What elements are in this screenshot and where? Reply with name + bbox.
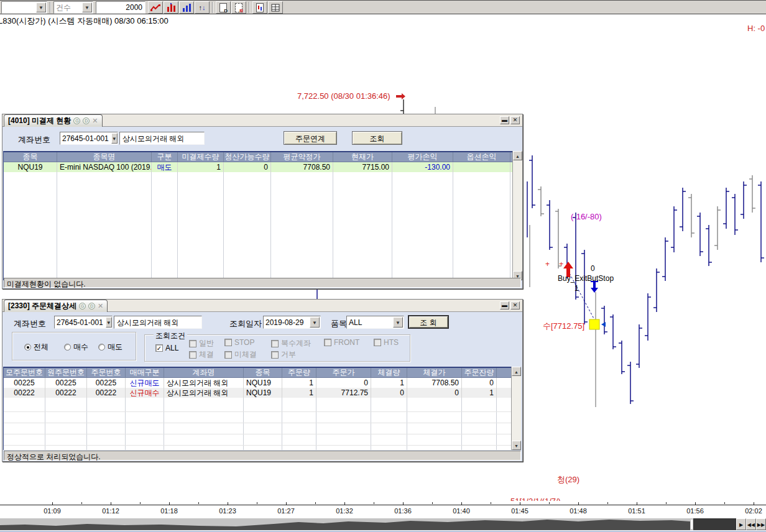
checkbox-box[interactable] <box>374 339 381 346</box>
checkbox-box[interactable] <box>224 351 232 359</box>
tab-dock-icon[interactable]: D <box>83 117 90 124</box>
radio-sell[interactable]: 매도 <box>98 342 122 352</box>
doc-chart-icon[interactable] <box>252 1 267 14</box>
column-header[interactable]: 주문가 <box>316 368 371 377</box>
checkbox-box[interactable] <box>271 340 279 347</box>
radio-all[interactable]: 전체 <box>24 342 48 352</box>
table-row[interactable]: 002220022200222신규매수상시모의거래 해외NQU1917712.7… <box>4 388 511 398</box>
column-header[interactable]: 종목 <box>244 368 282 377</box>
window-tab[interactable]: [4010] 미결제 현황 G D ✕ <box>4 114 103 127</box>
column-header[interactable]: 청산가능수량 <box>224 152 271 162</box>
minimize-button[interactable]: ▬ <box>500 116 509 124</box>
scroll-up-icon[interactable]: ▲ <box>513 151 522 160</box>
checkbox-box[interactable] <box>271 351 279 359</box>
column-header[interactable]: 미결제수량 <box>178 152 224 162</box>
nav-rewind-icon[interactable]: ◀◀ <box>746 518 756 530</box>
chevron-down-icon[interactable]: ▼ <box>393 317 403 328</box>
column-header[interactable]: 주문잔량 <box>462 368 497 377</box>
vertical-scrollbar[interactable]: ▲ ▼ <box>512 151 522 280</box>
close-button[interactable]: ✕ <box>510 301 520 310</box>
column-header[interactable]: 주문량 <box>282 368 316 377</box>
nav-play-icon[interactable]: ▶ <box>736 518 746 530</box>
column-header[interactable]: 종목명 <box>57 152 152 162</box>
tab-close-icon[interactable]: ✕ <box>98 302 103 310</box>
column-header[interactable]: 옵션손익 <box>453 152 510 162</box>
titlebar[interactable]: [4010] 미결제 현황 G D ✕ ▬ ✕ <box>2 114 522 127</box>
minimize-button[interactable]: ▬ <box>500 301 509 310</box>
column-header[interactable]: 구분 <box>152 152 178 162</box>
blue-bars-icon[interactable] <box>179 1 194 14</box>
checkbox-거부[interactable]: 거부 <box>271 349 296 360</box>
grid-line <box>270 162 271 280</box>
column-header[interactable]: 주문번호 <box>87 368 126 377</box>
item-combobox[interactable]: ALL ▼ <box>346 316 404 329</box>
column-header[interactable]: 평균약정가 <box>271 152 333 162</box>
chevron-down-icon[interactable]: ▼ <box>82 2 92 12</box>
table-row[interactable]: 002250022500225신규매도상시모의거래 해외NQU191017708… <box>4 378 511 388</box>
sort-updown-icon[interactable]: ↑↓ <box>195 1 210 14</box>
chart-navigator-scrollbar[interactable]: ▶ ◀◀ ▶▶ <box>0 518 766 530</box>
checkbox-일반[interactable]: 일반 <box>189 338 214 349</box>
doc-r-icon[interactable]: R <box>231 1 246 14</box>
checkbox-미체결[interactable]: 미체결 <box>224 349 257 360</box>
vertical-scrollbar[interactable]: ▲ ▼ <box>511 367 521 450</box>
trend-line-icon[interactable] <box>148 1 163 14</box>
tab-close-icon[interactable]: ✕ <box>92 117 98 125</box>
table-row[interactable]: NQU19E-mini NASDAQ 100 (2019.0매도107708.5… <box>4 162 512 172</box>
count-input[interactable] <box>96 1 145 14</box>
scroll-up-icon[interactable]: ▲ <box>512 367 521 376</box>
column-header[interactable]: 체결량 <box>371 368 407 377</box>
checkbox-box[interactable] <box>324 339 331 346</box>
doc-d-icon[interactable]: D <box>216 1 231 14</box>
navigator-handle[interactable] <box>691 520 693 529</box>
chevron-down-icon[interactable]: ▼ <box>106 317 112 328</box>
account-combobox[interactable]: 27645-01-001 ▼ <box>60 132 118 145</box>
scroll-down-icon[interactable]: ▼ <box>512 441 521 450</box>
price-annotation: 7,722.50 (08/30 01:36:46) <box>297 91 390 101</box>
column-header[interactable]: 평가손익 <box>392 152 453 162</box>
titlebar[interactable]: [2330] 주문체결상세 G D ✕ ▬ ✕ <box>2 300 522 312</box>
checkbox-HTS[interactable]: HTS <box>374 338 399 347</box>
tab-link-icon[interactable]: G <box>79 303 86 310</box>
close-button[interactable]: ✕ <box>510 116 520 124</box>
column-header[interactable]: 매매구분 <box>126 368 164 377</box>
column-header[interactable]: 현재가 <box>333 152 392 162</box>
count-combobox[interactable]: 건수 ▼ <box>53 1 93 14</box>
grid-icon[interactable] <box>268 1 283 14</box>
window-title: [4010] 미결제 현황 <box>8 116 71 126</box>
checkbox-복수계좌[interactable]: 복수계좌 <box>271 338 311 349</box>
chevron-down-icon[interactable]: ▼ <box>111 133 118 144</box>
account-name-field[interactable]: 상시모의거래 해외 <box>119 132 205 145</box>
red-bars-icon[interactable] <box>164 1 178 14</box>
tab-dock-icon[interactable]: D <box>88 303 95 310</box>
checkbox-STOP[interactable]: STOP <box>224 338 254 347</box>
checkbox-box[interactable] <box>224 339 232 346</box>
status-bar: 미결제현황이 없습니다. <box>4 278 521 288</box>
account-name-field[interactable]: 상시모의거래 해외 <box>114 316 202 329</box>
window-tab[interactable]: [2330] 주문체결상세 G D ✕ <box>4 300 108 312</box>
radio-buy[interactable]: 매수 <box>64 342 88 352</box>
column-header[interactable]: 원주문번호 <box>45 368 87 377</box>
column-header[interactable]: 종목 <box>4 152 57 162</box>
checkbox-FRONT[interactable]: FRONT <box>324 338 359 347</box>
query-button[interactable]: 조 회 <box>408 315 449 329</box>
checkbox-all[interactable]: ✓ALL <box>155 344 178 352</box>
order-link-button[interactable]: 주문연계 <box>284 131 337 145</box>
axis-tick <box>52 502 53 505</box>
column-header[interactable]: 모주문번호 <box>4 368 45 377</box>
column-header[interactable]: 체결가 <box>407 368 462 377</box>
chevron-down-icon[interactable]: ▼ <box>36 2 46 12</box>
tab-link-icon[interactable]: G <box>73 117 80 124</box>
symbol-combobox[interactable]: ▼ <box>1 1 47 14</box>
account-combobox[interactable]: 27645-01-001 ▼ <box>54 316 113 329</box>
checkbox-box[interactable] <box>189 340 196 347</box>
checkbox-체결[interactable]: 체결 <box>189 349 214 360</box>
query-button[interactable]: 조회 <box>352 131 402 145</box>
checkbox-box[interactable] <box>189 351 196 359</box>
toolbar-underline <box>0 14 766 14</box>
nav-forward-icon[interactable]: ▶▶ <box>756 518 766 530</box>
query-date-combobox[interactable]: 2019-08-29 ▼ <box>263 316 321 329</box>
count-combobox-value: 건수 <box>54 2 81 13</box>
column-header[interactable]: 계좌명 <box>164 368 244 377</box>
chevron-down-icon[interactable]: ▼ <box>310 317 320 328</box>
